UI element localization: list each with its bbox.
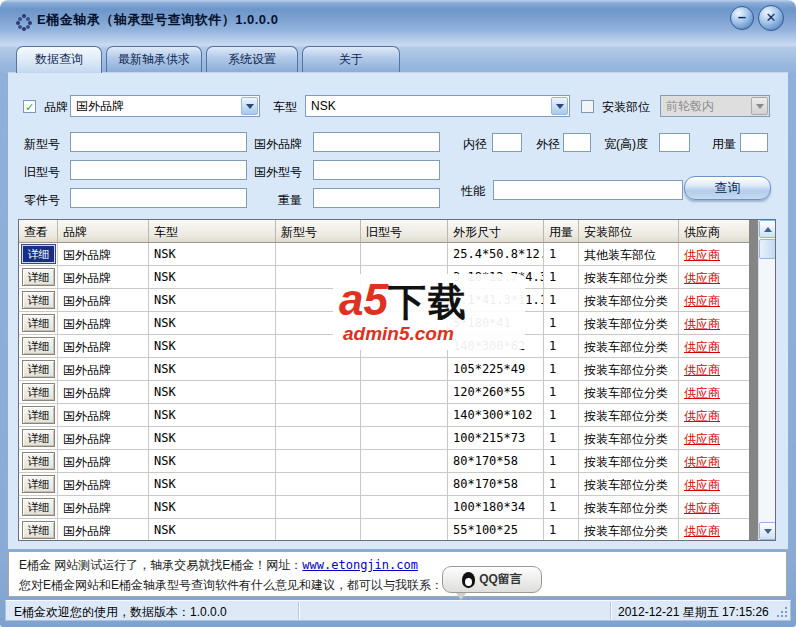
install-checkbox[interactable] [581, 100, 594, 113]
view-cell: 详细 [19, 473, 58, 495]
supplier-link[interactable]: 供应商 [684, 409, 720, 423]
resize-grip-icon[interactable] [776, 606, 787, 617]
new-model-cell [276, 450, 361, 472]
status-divider [298, 602, 299, 619]
inner-dia-input[interactable] [492, 133, 522, 152]
detail-button[interactable]: 详细 [22, 521, 55, 539]
tab-data-query[interactable]: 数据查询 [16, 46, 102, 73]
website-link[interactable]: www.etongjin.com [302, 558, 418, 572]
model-cell: NSK [149, 381, 276, 403]
tab-system-settings[interactable]: 系统设置 [206, 46, 298, 72]
chevron-down-icon[interactable] [551, 97, 568, 115]
brand-cell: 国外品牌 [58, 312, 149, 334]
supplier-link[interactable]: 供应商 [684, 317, 720, 331]
header-qty[interactable]: 用量 [544, 220, 579, 242]
supplier-cell: 供应商 [679, 381, 751, 403]
table-row: 详细国外品牌NSK25.4*50.8*12.71其他装车部位供应商 [19, 243, 751, 266]
detail-button[interactable]: 详细 [22, 406, 55, 424]
brand-cell: 国外品牌 [58, 289, 149, 311]
install-cell: 按装车部位分类 [579, 289, 679, 311]
size-cell: 55*100*25 [448, 519, 544, 541]
supplier-cell: 供应商 [679, 312, 751, 334]
supplier-link[interactable]: 供应商 [684, 363, 720, 377]
brand-checkbox[interactable]: ✓ [23, 100, 36, 113]
performance-input[interactable] [493, 180, 683, 200]
model-cell: NSK [149, 358, 276, 380]
detail-button[interactable]: 详细 [22, 498, 55, 516]
supplier-cell: 供应商 [679, 335, 751, 357]
header-old-model[interactable]: 旧型号 [361, 220, 448, 242]
foreign-brand-input[interactable] [313, 132, 440, 152]
size-cell: 80*170*58 [448, 450, 544, 472]
table-row: 详细国外品牌NSK120*260*551按装车部位分类供应商 [19, 381, 751, 404]
old-model-cell [361, 243, 448, 265]
supplier-link[interactable]: 供应商 [684, 248, 720, 262]
vertical-scrollbar[interactable] [758, 220, 775, 540]
tab-about[interactable]: 关于 [302, 46, 400, 72]
query-button[interactable]: 查询 [684, 176, 771, 200]
old-model-input[interactable] [70, 160, 247, 180]
supplier-link[interactable]: 供应商 [684, 432, 720, 446]
install-cell: 按装车部位分类 [579, 427, 679, 449]
detail-button[interactable]: 详细 [22, 337, 55, 355]
table-row: 详细国外品牌NSK100*215*731按装车部位分类供应商 [19, 427, 751, 450]
supplier-cell: 供应商 [679, 243, 751, 265]
brand-combobox[interactable]: 国外品牌 [70, 95, 260, 117]
tab-latest-supply-demand[interactable]: 最新轴承供求 [106, 46, 202, 72]
usage-qty-input[interactable] [740, 133, 768, 152]
header-new-model[interactable]: 新型号 [276, 220, 361, 242]
scrollbar-thumb[interactable] [759, 239, 776, 259]
install-cell: 按装车部位分类 [579, 381, 679, 403]
scroll-down-icon[interactable] [759, 522, 776, 540]
supplier-link[interactable]: 供应商 [684, 455, 720, 469]
scroll-up-icon[interactable] [759, 220, 776, 238]
model-cell: NSK [149, 473, 276, 495]
supplier-link[interactable]: 供应商 [684, 340, 720, 354]
weight-input[interactable] [313, 188, 440, 208]
view-cell: 详细 [19, 496, 58, 518]
view-cell: 详细 [19, 381, 58, 403]
detail-button[interactable]: 详细 [22, 360, 55, 378]
new-model-cell [276, 358, 361, 380]
header-size[interactable]: 外形尺寸 [448, 220, 544, 242]
detail-button[interactable]: 详细 [22, 383, 55, 401]
supplier-link[interactable]: 供应商 [684, 524, 720, 538]
detail-button[interactable]: 详细 [22, 429, 55, 447]
supplier-link[interactable]: 供应商 [684, 294, 720, 308]
new-model-input[interactable] [70, 132, 247, 152]
header-view[interactable]: 查看 [19, 220, 58, 242]
detail-button[interactable]: 详细 [22, 452, 55, 470]
model-cell: NSK [149, 289, 276, 311]
size-cell: 100*180*34 [448, 496, 544, 518]
vehicle-combobox[interactable]: NSK [305, 95, 570, 117]
supplier-link[interactable]: 供应商 [684, 386, 720, 400]
detail-button[interactable]: 详细 [22, 268, 55, 286]
qq-message-button[interactable]: QQ留言 [442, 566, 542, 593]
part-no-input[interactable] [70, 188, 247, 208]
supplier-link[interactable]: 供应商 [684, 501, 720, 515]
qty-cell: 1 [544, 243, 579, 265]
detail-button[interactable]: 详细 [22, 245, 55, 263]
info-line1-text: E桶金 网站测试运行了，轴承交易就找E桶金！网址： [19, 558, 302, 572]
detail-button[interactable]: 详细 [22, 291, 55, 309]
detail-button[interactable]: 详细 [22, 314, 55, 332]
new-model-cell [276, 243, 361, 265]
minimize-button[interactable]: – [730, 6, 754, 30]
close-button[interactable]: ✕ [758, 5, 784, 31]
supplier-link[interactable]: 供应商 [684, 271, 720, 285]
outer-dia-input[interactable] [563, 133, 591, 152]
supplier-link[interactable]: 供应商 [684, 478, 720, 492]
chevron-down-icon[interactable] [241, 97, 258, 115]
table-row: 详细国外品牌NSK140*300*1021按装车部位分类供应商 [19, 404, 751, 427]
header-model[interactable]: 车型 [149, 220, 276, 242]
width-height-input[interactable] [659, 133, 690, 152]
header-install[interactable]: 安装部位 [579, 220, 679, 242]
old-model-cell [361, 496, 448, 518]
supplier-cell: 供应商 [679, 266, 751, 288]
detail-button[interactable]: 详细 [22, 475, 55, 493]
header-brand[interactable]: 品牌 [58, 220, 149, 242]
supplier-cell: 供应商 [679, 450, 751, 472]
header-supplier[interactable]: 供应商 [679, 220, 751, 242]
foreign-model-input[interactable] [313, 160, 440, 180]
foreign-brand-label: 国外品牌 [254, 136, 302, 153]
